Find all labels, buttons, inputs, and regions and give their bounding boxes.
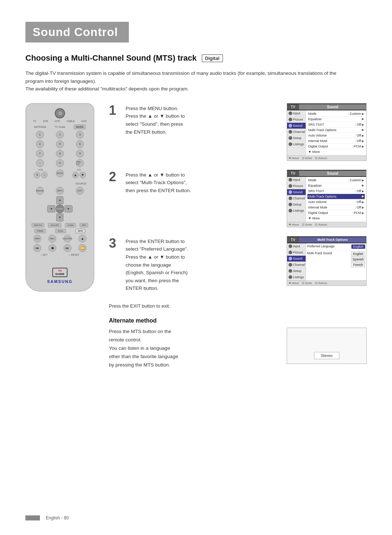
btn-9[interactable]: 9 [76,150,84,158]
step-1: 1 Press the MENU button. Press the ▲ or … [109,103,367,161]
s2-menu-do: Digital Output: PCM ▶ [307,210,365,216]
section-header: Sound Control [25,22,129,42]
set-row: ○ SET ○ RESET [30,254,90,256]
samsung-logo: SAMSUNG [30,279,90,284]
btn-3[interactable]: 3 [76,131,84,139]
footer-bar [25,515,40,520]
s3-lang-spanish: Spanish [351,257,365,262]
dvd-label: DVD [81,120,87,122]
menu-mto: Multi-Track Options▶ [307,127,365,133]
exit-btn[interactable]: EXIT [76,187,84,195]
psize-btn[interactable]: PSIZE [34,229,46,233]
remote-top: ⏻ TV STB VCR CABLE DVD [30,108,90,122]
dpad-up[interactable]: ▲ [56,196,64,204]
ff-btn[interactable]: ⏩ [78,244,86,252]
s2-sidebar-picture: Picture [287,183,306,189]
ch-down[interactable]: ▼ [79,172,86,178]
alternate-content: Press the MTS button on the remote contr… [109,328,367,369]
caption-btn[interactable]: CAPTION [64,235,72,243]
vol-up[interactable]: + [34,172,40,178]
btn-6[interactable]: 6 [76,140,84,148]
internet-btn[interactable]: Internet [36,187,44,195]
fav-ch-btn[interactable]: FAV CH [32,223,44,227]
btn-4[interactable]: 4 [36,140,44,148]
btn-5[interactable]: 5 [56,140,64,148]
set-label: ○ SET [40,254,48,256]
btn-1[interactable]: 1 [36,131,44,139]
vcr-label: VCR [54,120,60,122]
antenna-text: ANTENNA [34,126,46,128]
dpad-right[interactable]: ► [65,205,73,212]
s2-footer-return: ⊡ Return [315,223,327,226]
rec-btn[interactable]: REC [48,235,56,243]
s3-sidebar-sound: Sound [287,256,306,262]
step-3-number: 3 [109,237,119,250]
footer-enter: ⊡ Enter [302,157,312,160]
footer-move: ❖ Move [289,157,299,160]
antenna-row: ANTENNA TV Guide MODE [30,125,90,129]
pip-btn[interactable]: PIP [79,223,88,227]
tvguide-text: TV Guide [54,126,65,128]
play-controls: DNR REC CAPTION ▲ [30,235,90,243]
step-3-screen: TV Multi-Track Options Input Picture [287,236,367,286]
reset-label: ○ RESET [69,254,79,256]
s3-sidebar-channel: Channel [287,262,306,268]
s2-sidebar-channel: Channel [287,195,306,202]
intro-text: The digital-TV transmission system is ca… [25,69,345,93]
internet-row: Internet INFO EXIT [30,187,90,195]
media-btns: ⏮ ⏹ ⏭ ⏩ [30,244,90,252]
source-label: SOURCE [75,182,86,185]
mode-button[interactable]: MODE [74,125,86,129]
menu-av: Auto Volume: Off ▶ [307,133,365,138]
ch-up[interactable]: ▲ [72,172,79,178]
s2-menu-av: Auto Volume: Off ▶ [307,199,365,205]
page-footer: English - 80 [25,515,367,520]
play-btn[interactable]: ⏭ [64,244,72,252]
dpad-left[interactable]: ◄ [47,205,55,212]
step-3: 3 Press the ENTER button to select "Pref… [109,236,367,292]
ch-label: CH [77,169,81,171]
dpad-down[interactable]: ▼ [56,214,64,222]
ch-list-btn[interactable]: CH.LIST [48,223,61,227]
sub-title: Choosing a Multi-Channel Sound (MTS) tra… [25,53,197,63]
sidebar-setup: Setup [287,135,306,141]
step-2-number: 2 [109,170,119,183]
enter-btn[interactable]: ENTER [56,204,64,213]
info-btn[interactable]: INFO [56,187,64,195]
num-row-3: 7 8 9 [30,150,90,158]
mts-btn[interactable]: MTS [75,229,85,233]
sub-heading: Choosing a Multi-Channel Sound (MTS) tra… [25,53,367,63]
menu-do: Digital Output: PCM ▶ [307,144,365,149]
tv-label: TV [33,120,36,122]
s3-sidebar-setup: Setup [287,268,306,274]
menu-srs: SRS TSXT: Off ▶ [307,122,365,127]
btn-prech[interactable]: PRE-CH [76,159,84,167]
sidebar-channel: Channel [287,129,306,135]
ch-up2[interactable]: ▲ [78,235,86,243]
stb-label: STB [43,120,48,122]
mute-btn[interactable]: MUTE [56,169,64,177]
vol-down[interactable]: - [41,172,48,178]
psize-row: PSIZE STILL MTS [30,229,90,233]
s2-menu-mode: Mode: Custom ▶ [307,178,365,183]
btn-0[interactable]: 0 [56,159,64,167]
power-button[interactable]: ⏻ [55,108,65,118]
btn-8[interactable]: 8 [56,150,64,158]
sidebar-sound: Sound [287,123,306,129]
alternate-section: Alternate method Press the MTS button on… [109,317,367,369]
page-title: Sound Control [33,25,118,39]
step-1-number: 1 [109,104,119,117]
s2-menu-srs: SRS TSXT: Off ▶ [307,189,365,194]
s2-footer-enter: ⊡ Enter [302,223,312,226]
dpad: ▲ ▼ ◄ ► ENTER [47,196,73,222]
btn-2[interactable]: 2 [56,131,64,139]
stop-btn[interactable]: ⏹ [48,244,56,252]
stereo-label: Stereo [314,352,339,359]
dnet-btn[interactable]: D-Net [65,223,76,227]
btn-dash[interactable]: – [36,159,44,167]
btn-7[interactable]: 7 [36,150,44,158]
rewind-btn[interactable]: ⏮ [33,244,41,252]
s2-menu-mto: Multi-Track Options▶ [307,194,365,199]
dnr-btn[interactable]: DNR [33,235,41,243]
still-btn[interactable]: STILL [55,229,66,233]
